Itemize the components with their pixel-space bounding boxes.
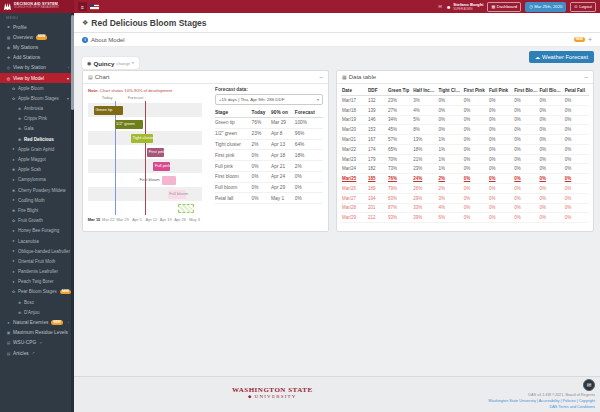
data-cell: 0% [488, 213, 513, 223]
gantt-bar-label: Full pink [153, 164, 170, 168]
forecast-cell: 0% [252, 193, 271, 204]
table-row: Mar/2719483%29%3%0%0%0%0%0% [341, 193, 589, 203]
sidebar-item-pandemis-leafroller[interactable]: ●Pandemis Leafroller [0, 267, 74, 277]
forecast-cell: 64% [295, 139, 323, 150]
data-cell: 0% [513, 184, 538, 194]
forecast-row: Green tip76%Mar 29100% [215, 118, 323, 129]
sidebar-item-apple-scab[interactable]: ✱Apple Scab [0, 165, 74, 175]
chart-panel-title: Chart [95, 74, 110, 80]
sidebar-item-fruit-growth[interactable]: ✿Fruit Growth [0, 216, 74, 226]
message-icon[interactable]: ✉ [438, 4, 442, 9]
sidebar-item-codling-moth[interactable]: ●Codling Moth [0, 195, 74, 205]
gantt-bar-green-tip[interactable]: Green tip [94, 106, 123, 115]
data-cell: 0% [488, 193, 513, 203]
menu-toggle-icon[interactable]: ≡ [78, 2, 87, 11]
gantt-bar-full-pink[interactable]: Full pink [153, 162, 169, 171]
data-cell: 0% [513, 135, 538, 145]
data-cell: 87% [387, 203, 412, 213]
data-cell: Mar/20 [341, 125, 367, 135]
sidebar-item-oriental-fruit-moth[interactable]: ●Oriental Fruit Moth [0, 256, 74, 266]
flower-icon: ✿ [11, 86, 16, 91]
data-cell: 0% [564, 144, 589, 154]
sidebar-item-overview[interactable]: ▦OverviewNEW [0, 32, 74, 42]
about-model-bar[interactable]: i About Model NEW + [74, 33, 600, 47]
data-cell: 0% [488, 96, 513, 106]
gantt-bar-1-2-green[interactable]: 1/2" green [115, 120, 144, 129]
dashboard-button[interactable]: ▦ Dashboard [487, 2, 521, 12]
forecast-select[interactable]: +15 days | Thu, Apr 9th: 286 DDF ▾ [215, 94, 323, 105]
forecast-cell: 18% [295, 150, 323, 161]
collapse-icon[interactable]: − [584, 74, 588, 81]
forecast-cell: 100% [295, 118, 323, 129]
sidebar-item-oblique-banded-leafroller[interactable]: ●Oblique-banded Leafroller [0, 246, 74, 256]
data-cell: Mar/22 [341, 144, 367, 154]
sidebar-item-label: Apple Maggot [18, 157, 46, 162]
weather-forecast-button[interactable]: ☁ Weather Forecast [529, 51, 594, 63]
brand-block[interactable]: Decision Aid System Science for Crop Man… [0, 0, 74, 13]
sidebar-item-bosc[interactable]: ❀Bosc [0, 297, 74, 307]
sidebar-item-label: Fruit Growth [18, 218, 43, 223]
data-cell: 34% [387, 115, 412, 125]
sidebar-item-honey-bee-foraging[interactable]: ●Honey Bee Foraging [0, 226, 74, 236]
footer-terms-link[interactable]: DAS Terms and Conditions [488, 405, 595, 411]
logout-button[interactable]: ⊙ Logout [570, 2, 596, 12]
menu-section-label: MENU [0, 13, 74, 22]
data-cell: 5% [412, 115, 437, 125]
sidebar-item-peach-twig-borer[interactable]: ●Peach Twig Borer [0, 277, 74, 287]
sidebar-item-cripps-pink[interactable]: ❀Cripps Pink [0, 114, 74, 124]
collapse-icon[interactable]: − [319, 74, 323, 81]
gantt-bar-first-pink[interactable]: First pink [147, 148, 163, 157]
expand-icon[interactable]: + [588, 36, 592, 43]
bug-icon: ● [11, 270, 16, 274]
sidebar-item-lacanobia[interactable]: ●Lacanobia [0, 236, 74, 246]
sidebar-item-gala[interactable]: ❀Gala [0, 124, 74, 134]
sidebar-item-articles[interactable]: ▤Articles↗ [0, 348, 74, 358]
sidebar-item-pear-bloom-stages[interactable]: ✿Pear Bloom StagesNEW▾ [0, 287, 74, 297]
data-cell: 0% [539, 193, 564, 203]
data-col-header: Petal Fall [564, 85, 589, 96]
data-cell: 182 [367, 164, 387, 174]
data-cell: 201 [367, 203, 387, 213]
sidebar-item-apple-grain-aphid[interactable]: ●Apple Grain Aphid [0, 144, 74, 154]
user-menu[interactable]: ☻ Stefano Borghi SUPER ADMIN [446, 3, 483, 11]
table-row: Mar/2518576%24%2%0%0%0%0%0% [341, 174, 589, 184]
data-cell: 18% [412, 144, 437, 154]
sidebar-item-red-delicious[interactable]: ❀Red Delicious [0, 134, 74, 144]
sidebar-item-apple-maggot[interactable]: ●Apple Maggot [0, 154, 74, 164]
data-table-panel: ▦ Data table − DateDDFGreen TipHalf Inch… [336, 70, 594, 232]
data-cell: 0% [438, 105, 463, 115]
disease-icon: ✱ [11, 167, 16, 172]
sidebar-item-cherry-powdery-mildew[interactable]: ✱Cherry Powdery Mildew [0, 185, 74, 195]
data-cell: 0% [463, 125, 488, 135]
sidebar-item-maximum-residue-levels[interactable]: ▣Maximum Residue Levels [0, 328, 74, 338]
sidebar-item-campylomma[interactable]: ●Campylomma [0, 175, 74, 185]
us-flag-icon[interactable] [90, 4, 99, 10]
station-selector[interactable]: ◉ Quincy change ▾ [82, 57, 139, 69]
data-cell: 79% [387, 184, 412, 194]
sidebar-item-my-stations[interactable]: ◉My Stations [0, 42, 74, 52]
gantt-bar-petal-fall[interactable] [178, 204, 194, 213]
sidebar-item-fire-blight[interactable]: ✱Fire Blight [0, 205, 74, 215]
sidebar-item-view-by-station[interactable]: ◎View by Station‹ [0, 63, 74, 73]
sidebar-item-ambrosia[interactable]: ❀Ambrosia [0, 104, 74, 114]
sidebar-item-apple-bloom[interactable]: ✿Apple Bloom [0, 83, 74, 93]
gantt-bar-full-bloom[interactable]: Full bloom [168, 190, 186, 199]
table-row: Mar/1713223%3%0%0%0%0%0%0% [341, 96, 589, 106]
footer-links[interactable]: Washington State University | Accessibil… [488, 399, 595, 405]
sidebar-item-d-anjou[interactable]: ❀D'Anjou [0, 307, 74, 317]
sidebar-item-wsu-cpg[interactable]: ▤WSU-CPG↗ [0, 338, 74, 348]
contact-email-button[interactable]: ✉ [583, 379, 595, 391]
data-cell: 2% [438, 174, 463, 184]
gantt-bar-first-bloom[interactable]: First bloom [162, 176, 176, 185]
about-new-badge: NEW [574, 37, 585, 42]
gantt-bar-tight-cluster[interactable]: Tight cluster [131, 134, 154, 143]
sidebar-item-apple-bloom-stages[interactable]: ✿Apple Bloom Stages▾ [0, 93, 74, 103]
sidebar-item-profile[interactable]: ☻Profile [0, 22, 74, 32]
data-cell: 0% [488, 164, 513, 174]
sidebar-item-natural-enemies[interactable]: ●Natural EnemiesNEW‹ [0, 317, 74, 327]
sidebar-item-add-stations[interactable]: ✚Add Stations [0, 53, 74, 63]
sidebar-item-view-by-model[interactable]: ◎View by Model▾ [0, 73, 74, 83]
forecast-line-label: Forecast [105, 95, 143, 100]
sidebar-item-label: Ambrosia [24, 106, 43, 111]
date-button[interactable]: ◷ Mar 25th, 2020 [525, 2, 566, 12]
